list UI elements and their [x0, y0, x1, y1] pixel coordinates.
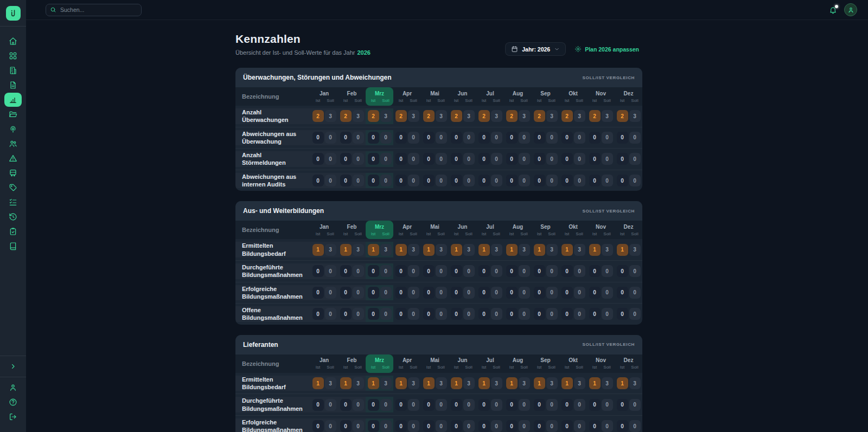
sidebar-bottom-nav: [0, 377, 26, 432]
ist-value: 0: [451, 287, 462, 299]
month-values-apr: 00: [393, 397, 421, 412]
help-icon: [9, 398, 17, 407]
soll-value: 0: [353, 287, 364, 299]
row-label: Abweichungen aus Überwachung: [235, 130, 310, 146]
month-header-nov: NovIstSoll: [587, 87, 615, 106]
month-values-sep: 23: [532, 108, 559, 124]
sidebar-item-building[interactable]: [4, 63, 22, 78]
sidebar-item-bar-chart[interactable]: [4, 93, 22, 107]
soll-value: 0: [629, 153, 641, 165]
plan-adjust-button[interactable]: Plan 2026 anpassen: [571, 43, 642, 55]
soll-value: 0: [408, 265, 419, 277]
month-values-dez: 00: [615, 130, 642, 146]
soll-value: 0: [629, 132, 641, 144]
table-header-row: BezeichnungJanIstSollFebIstSollMrzIstSol…: [235, 87, 642, 106]
month-values-apr: 00: [393, 173, 421, 189]
sidebar-item-warning[interactable]: [4, 151, 22, 165]
month-values-apr: 13: [393, 376, 421, 391]
sidebar-item-broadcast[interactable]: [4, 122, 22, 136]
sidebar-item-clipboard-check[interactable]: [4, 224, 22, 238]
sidebar-item-dashboard[interactable]: [4, 49, 22, 63]
search-input[interactable]: [46, 4, 142, 16]
notifications-button[interactable]: [829, 6, 837, 14]
year-selector[interactable]: Jahr: 2026: [505, 42, 566, 56]
month-values-apr: 13: [393, 242, 421, 257]
ist-value: 0: [589, 308, 601, 320]
sidebar-item-document[interactable]: [4, 78, 22, 92]
soll-value: 0: [546, 175, 558, 186]
ist-value: 0: [534, 399, 545, 411]
soll-value: 3: [574, 244, 585, 256]
month-values-dez: 00: [615, 285, 642, 301]
month-values-jun: 00: [449, 263, 476, 279]
soll-value: 0: [519, 308, 530, 320]
ist-value: 1: [561, 244, 573, 256]
month-values-nov: 00: [587, 306, 615, 322]
sidebar-item-book[interactable]: [4, 239, 22, 253]
month-values-okt: 00: [559, 397, 587, 412]
month-values-okt: 00: [559, 418, 587, 432]
soll-value: 3: [436, 244, 447, 256]
ist-value: 0: [340, 265, 352, 277]
soll-value: 3: [408, 377, 419, 389]
month-header-aug: AugIstSoll: [504, 354, 532, 373]
sidebar-item-history[interactable]: [4, 210, 22, 224]
dashboard-icon: [9, 51, 17, 60]
soll-value: 0: [408, 132, 419, 144]
soll-value: 3: [463, 244, 475, 256]
soll-value: 0: [574, 265, 585, 277]
ist-value: 0: [368, 153, 379, 165]
ist-value: 0: [395, 420, 407, 432]
sidebar-item-tags[interactable]: [4, 180, 22, 195]
row-label: Ermittelten Bildungsbedarf: [235, 376, 310, 391]
month-values-mrz: 00: [366, 151, 393, 167]
sidebar-item-folder[interactable]: [4, 107, 22, 121]
soll-value: 0: [325, 308, 336, 320]
month-values-dez: 00: [615, 306, 642, 322]
month-values-nov: 00: [587, 263, 615, 279]
sidebar-collapse-button[interactable]: [0, 356, 26, 377]
soll-value: 0: [436, 287, 447, 299]
table-body: Anzahl Überwachungen23232323232323232323…: [235, 106, 642, 191]
month-header-jun: JunIstSoll: [449, 87, 476, 106]
sidebar-item-help[interactable]: [4, 395, 22, 409]
sidebar-item-users[interactable]: [4, 137, 22, 151]
month-header-dez: DezIstSoll: [615, 354, 642, 373]
month-values-okt: 00: [559, 306, 587, 322]
ist-value: 1: [506, 377, 518, 389]
user-avatar-button[interactable]: [844, 3, 857, 16]
table-row: Abweichungen aus Überwachung000000000000…: [235, 127, 642, 149]
soll-value: 0: [436, 308, 447, 320]
month-values-okt: 00: [559, 173, 587, 189]
soll-value: 0: [546, 420, 558, 432]
month-values-mrz: 00: [366, 130, 393, 146]
soll-value: 0: [519, 265, 530, 277]
sidebar-item-user[interactable]: [4, 381, 22, 395]
sidebar-item-checklist[interactable]: [4, 195, 22, 209]
ist-value: 0: [561, 399, 573, 411]
sidebar-item-vehicle[interactable]: [4, 166, 22, 180]
search-box[interactable]: [46, 4, 142, 16]
soll-value: 0: [325, 287, 336, 299]
ist-value: 0: [423, 265, 435, 277]
table-row: Abweichungen aus internen Audits00000000…: [235, 170, 642, 191]
sidebar-item-home[interactable]: [4, 34, 22, 48]
soll-value: 3: [519, 377, 530, 389]
ist-value: 2: [478, 110, 490, 122]
month-header-sep: SepIstSoll: [532, 87, 559, 106]
row-label: Durchgeführte Bildungsmaßnahmen: [235, 263, 310, 279]
app-logo[interactable]: [6, 6, 21, 21]
ist-value: 0: [534, 308, 545, 320]
month-header-sep: SepIstSoll: [532, 354, 559, 373]
ist-value: 0: [561, 287, 573, 299]
month-header-jun: JunIstSoll: [449, 221, 476, 239]
main-content: Kennzahlen Übersicht der Ist- und Soll-W…: [26, 20, 868, 432]
month-values-feb: 00: [338, 397, 366, 412]
ist-value: 0: [395, 265, 407, 277]
sidebar-item-logout[interactable]: [4, 410, 22, 424]
month-values-feb: 13: [338, 376, 366, 391]
month-values-jan: 23: [310, 108, 338, 124]
ist-value: 0: [451, 399, 462, 411]
ist-value: 0: [451, 420, 462, 432]
soll-value: 3: [629, 244, 641, 256]
